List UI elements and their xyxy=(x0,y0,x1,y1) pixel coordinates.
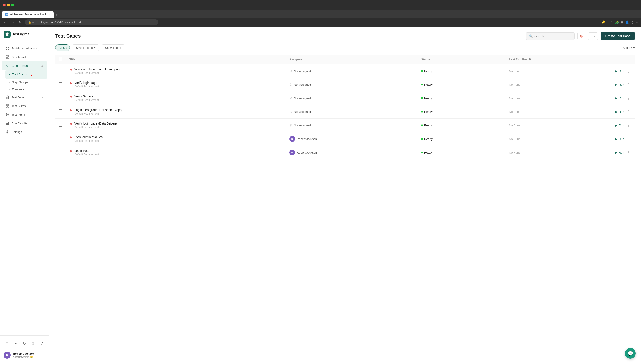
run-button[interactable]: ▶ Run xyxy=(615,151,624,154)
sidebar-item-dashboard[interactable]: Dashboard xyxy=(2,53,47,61)
key-icon: 🔑 xyxy=(602,20,605,24)
assignee-avatar: R xyxy=(289,136,295,142)
forward-button[interactable]: → xyxy=(10,20,15,25)
row-status-cell: Ready xyxy=(418,78,506,92)
minimize-dot[interactable] xyxy=(7,4,10,6)
close-dot[interactable] xyxy=(3,4,6,6)
table-row: ⚑ Login step group (Reusable Steps) Defa… xyxy=(55,105,635,118)
integrations-icon[interactable]: ⊞ xyxy=(4,340,10,347)
sidebar-item-test-plans[interactable]: Test Plans xyxy=(2,110,47,119)
row-checkbox[interactable] xyxy=(59,136,62,140)
page-title: Test Cases xyxy=(55,33,526,39)
row-assignee-cell: ⊘ Not Assigned xyxy=(286,78,418,92)
expand-icon[interactable]: ⌄ xyxy=(636,20,638,24)
status-dot-icon xyxy=(421,138,423,140)
sort-chevron-icon: ▾ xyxy=(633,46,635,50)
sidebar-item-elements[interactable]: Elements xyxy=(5,86,47,93)
new-tab-button[interactable]: + xyxy=(54,12,59,18)
create-tests-label: Create Tests xyxy=(12,64,28,68)
more-options-button[interactable]: ⋮ xyxy=(626,68,631,74)
row-requirement: Default Requirement xyxy=(74,98,99,102)
more-options-button[interactable]: ⋮ xyxy=(626,136,631,142)
database-icon xyxy=(5,95,9,99)
row-checkbox[interactable] xyxy=(59,110,62,113)
table-row: ⚑ Verify Signup Default Requirement ⊘ No… xyxy=(55,92,635,105)
create-test-case-button[interactable]: Create Test Case xyxy=(601,32,635,40)
sidebar-item-test-suites[interactable]: Test Suites xyxy=(2,102,47,110)
table-row: ⚑ Verify login page (Data Driven) Defaul… xyxy=(55,118,635,132)
user-profile-browser-icon[interactable]: 👤 xyxy=(625,20,629,24)
sidebar-item-create-tests[interactable]: Create Tests ▲ xyxy=(2,62,47,70)
extension-icon[interactable]: 🧩 xyxy=(615,20,619,24)
menu-icon[interactable]: ⋮ xyxy=(631,20,634,24)
row-checkbox-cell xyxy=(55,146,66,159)
share-icon[interactable]: ↑ xyxy=(607,20,608,24)
user-info: Robert Jackson Account Admin 👑 xyxy=(13,352,42,358)
row-status: Ready xyxy=(424,110,433,114)
help-icon[interactable]: ? xyxy=(38,340,45,347)
sidebar-item-step-groups[interactable]: Step Groups xyxy=(5,79,47,86)
apps-icon[interactable]: ▦ xyxy=(30,340,36,347)
plugins-icon[interactable]: ✦ xyxy=(12,340,19,347)
run-button[interactable]: ▶ Run xyxy=(615,96,624,100)
more-options-button[interactable]: ⋮ xyxy=(626,122,631,128)
row-checkbox[interactable] xyxy=(59,150,62,154)
row-checkbox-cell xyxy=(55,118,66,132)
row-checkbox[interactable] xyxy=(59,82,62,86)
unassigned-icon: ⊘ xyxy=(289,82,292,86)
unassigned-icon: ⊘ xyxy=(289,96,292,100)
sidebar-item-settings[interactable]: Settings xyxy=(2,128,47,136)
url-text: app.testsigma.com/ui/td/35/cases/filters… xyxy=(32,21,82,24)
more-options-button[interactable]: ⋮ xyxy=(626,82,631,88)
sidebar-toggle-icon[interactable]: ▣ xyxy=(620,20,624,24)
bookmark-filter-button[interactable]: 🔖 xyxy=(577,32,585,40)
row-checkbox[interactable] xyxy=(59,96,62,100)
run-button[interactable]: ▶ Run xyxy=(615,110,624,114)
elements-label: Elements xyxy=(12,88,24,91)
more-options-button[interactable]: ⋮ xyxy=(626,150,631,156)
select-all-checkbox[interactable] xyxy=(59,57,62,61)
sort-by-button[interactable]: Sort by ▾ xyxy=(623,46,635,50)
sidebar-item-run-results[interactable]: Run Results xyxy=(2,119,47,128)
bookmark-icon[interactable]: ☆ xyxy=(610,20,613,24)
search-input[interactable] xyxy=(534,34,571,38)
sidebar-item-test-data[interactable]: Test Data ▼ xyxy=(2,93,47,102)
show-filters-button[interactable]: Show Filters xyxy=(102,44,124,51)
saved-filters-button[interactable]: Saved Filters ▾ xyxy=(72,44,99,51)
maximize-dot[interactable] xyxy=(11,4,14,6)
run-button[interactable]: ▶ Run xyxy=(615,137,624,140)
run-button[interactable]: ▶ Run xyxy=(615,70,624,73)
row-status-cell: Ready xyxy=(418,132,506,146)
user-avatar: R xyxy=(4,352,11,359)
all-filter-tag[interactable]: All (7) xyxy=(55,44,70,51)
svg-rect-2 xyxy=(6,48,7,50)
row-checkbox[interactable] xyxy=(59,69,62,72)
address-bar[interactable]: 🔒 app.testsigma.com/ui/td/35/cases/filte… xyxy=(25,19,158,25)
row-checkbox[interactable] xyxy=(59,123,62,126)
user-profile[interactable]: R Robert Jackson Account Admin 👑 › xyxy=(0,349,49,361)
tab-favicon: ⚙ xyxy=(5,13,8,16)
tab-close-icon[interactable]: ✕ xyxy=(48,13,50,16)
chat-icon: 💬 xyxy=(628,351,633,356)
more-options-button[interactable]: ⋮ xyxy=(626,109,631,115)
active-tab[interactable]: ⚙ AI Powered Test Automation P ✕ xyxy=(2,11,54,18)
run-button[interactable]: ▶ Run xyxy=(615,124,624,127)
run-button[interactable]: ▶ Run xyxy=(615,83,624,86)
sidebar-item-test-cases[interactable]: Test Cases ↗ xyxy=(5,70,47,78)
back-button[interactable]: ← xyxy=(3,20,8,25)
row-last-run: No Runs xyxy=(509,110,520,114)
th-last-run: Last Run Result xyxy=(506,54,608,64)
export-button[interactable]: ↑ ▾ xyxy=(588,32,598,40)
search-box[interactable]: 🔍 xyxy=(526,32,575,40)
more-options-button[interactable]: ⋮ xyxy=(626,95,631,101)
run-label: Run xyxy=(619,110,624,114)
row-title-cell: ⚑ Verify Signup Default Requirement xyxy=(66,92,286,105)
logo-svg xyxy=(5,32,9,36)
reload-button[interactable]: ↻ xyxy=(18,20,22,25)
priority-flag-icon: ⚑ xyxy=(70,68,72,72)
saved-filters-label: Saved Filters xyxy=(76,46,93,50)
sidebar-item-org[interactable]: Testsigma Advanced... xyxy=(2,44,47,52)
status-dot-icon xyxy=(421,111,423,112)
chat-button[interactable]: 💬 xyxy=(625,348,636,359)
refresh-icon[interactable]: ↻ xyxy=(21,340,28,347)
